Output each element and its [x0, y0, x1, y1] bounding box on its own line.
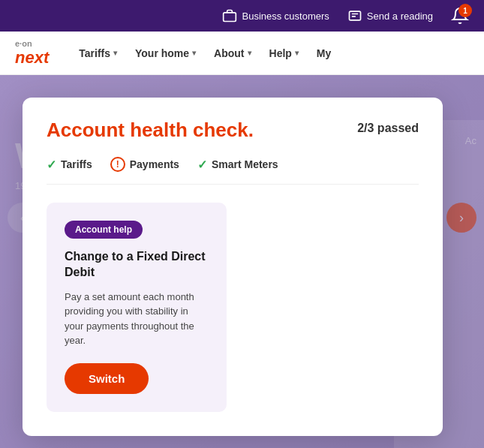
top-bar: Business customers Send a reading 1: [0, 0, 484, 32]
about-chevron-icon: ▾: [248, 49, 251, 57]
modal-passed: 2/3 passed: [357, 122, 419, 135]
notification-count: 1: [458, 4, 472, 17]
help-chevron-icon: ▾: [295, 49, 299, 57]
svg-rect-0: [224, 13, 236, 22]
check-payments-warn-icon: !: [110, 157, 125, 172]
meter-icon: [347, 8, 362, 23]
notifications-button[interactable]: 1: [451, 7, 469, 25]
check-tariffs-label: Tariffs: [61, 158, 92, 170]
nav-my[interactable]: My: [309, 41, 338, 65]
business-customers-label: Business customers: [242, 11, 329, 22]
briefcase-icon: [222, 8, 237, 23]
account-help-card: Account help Change to a Fixed Direct De…: [47, 203, 227, 412]
main-nav: e·on next Tariffs ▾ Your home ▾ About ▾ …: [0, 32, 484, 75]
nav-tariffs[interactable]: Tariffs ▾: [71, 41, 125, 65]
logo-eon: e·on: [15, 39, 49, 48]
check-payments: ! Payments: [110, 157, 179, 172]
nav-about[interactable]: About ▾: [206, 41, 258, 65]
check-smart-meters: ✓ Smart Meters: [197, 158, 278, 172]
check-tariffs-pass-icon: ✓: [47, 158, 56, 172]
card-description: Pay a set amount each month providing yo…: [65, 290, 209, 348]
send-reading-link[interactable]: Send a reading: [347, 8, 433, 23]
switch-button[interactable]: Switch: [65, 363, 149, 394]
logo[interactable]: e·on next: [15, 39, 49, 68]
card-title: Change to a Fixed Direct Debit: [65, 249, 209, 281]
check-tariffs: ✓ Tariffs: [47, 158, 92, 172]
check-smart-meters-label: Smart Meters: [212, 158, 278, 170]
tariffs-chevron-icon: ▾: [113, 49, 117, 57]
nav-help[interactable]: Help ▾: [262, 41, 306, 65]
check-smart-meters-pass-icon: ✓: [197, 158, 207, 172]
modal-checks: ✓ Tariffs ! Payments ✓ Smart Meters: [47, 157, 419, 185]
business-customers-link[interactable]: Business customers: [222, 8, 329, 23]
logo-next: next: [15, 48, 49, 68]
check-payments-label: Payments: [130, 158, 179, 170]
nav-items: Tariffs ▾ Your home ▾ About ▾ Help ▾ My: [71, 41, 469, 65]
nav-your-home[interactable]: Your home ▾: [128, 41, 203, 65]
account-health-check-modal: Account health check. 2/3 passed ✓ Tarif…: [23, 98, 443, 436]
modal-header: Account health check. 2/3 passed: [47, 119, 419, 142]
modal-title: Account health check.: [47, 119, 254, 142]
send-reading-label: Send a reading: [367, 11, 433, 22]
card-tag: Account help: [65, 221, 143, 239]
your-home-chevron-icon: ▾: [192, 49, 196, 57]
